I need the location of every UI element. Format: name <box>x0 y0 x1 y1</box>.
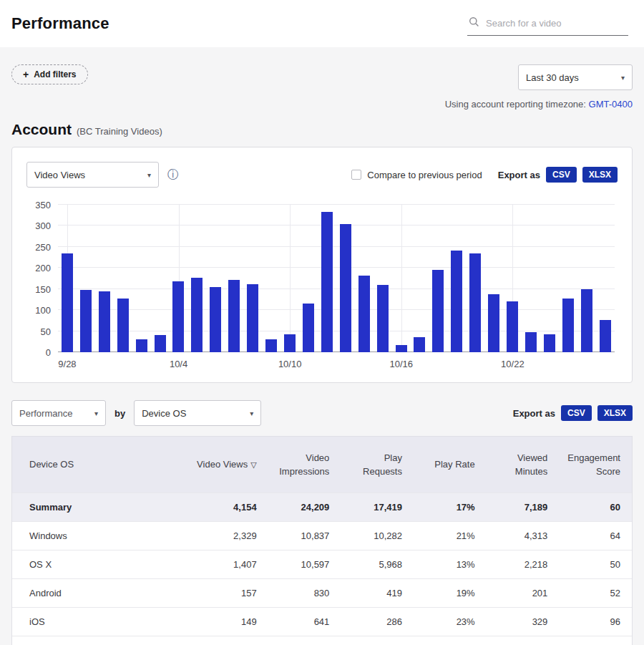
timezone-text: Using account reporting timezone: <box>445 99 586 110</box>
bar-10-7[interactable] <box>228 280 240 352</box>
timezone-link[interactable]: GMT-0400 <box>589 99 633 110</box>
cell-viewed-minutes: 2,218 <box>475 559 548 570</box>
bar-10-16[interactable] <box>396 345 407 352</box>
page-title: Performance <box>11 14 109 33</box>
cell-viewed-minutes: 329 <box>475 616 548 627</box>
metric-select[interactable]: Video Views ▾ <box>26 162 159 188</box>
cell-viewed-minutes: 201 <box>475 588 548 598</box>
column-header-video-impressions[interactable]: Video Impressions <box>257 444 330 486</box>
column-header-video-views[interactable]: Video Views▽ <box>184 450 257 479</box>
table-export-xlsx-button[interactable]: XLSX <box>597 405 633 421</box>
bar-10-12[interactable] <box>321 212 333 352</box>
table-row-windows: Windows2,32910,83710,28221%4,31364 <box>12 521 632 550</box>
bar-10-10[interactable] <box>284 334 296 352</box>
bar-9-28[interactable] <box>62 253 73 352</box>
report-type-select[interactable]: Performance ▾ <box>11 400 106 426</box>
search-box[interactable] <box>467 11 628 36</box>
y-axis-label-0: 0 <box>46 347 51 358</box>
bar-10-9[interactable] <box>265 339 277 352</box>
cell-play-rate: 13% <box>402 559 475 570</box>
bar-10-14[interactable] <box>358 276 370 352</box>
cell-video-impressions: 24,209 <box>257 502 330 513</box>
bar-10-15[interactable] <box>377 285 389 352</box>
plus-icon: + <box>23 71 29 78</box>
bar-10-24[interactable] <box>544 334 555 352</box>
bar-10-5[interactable] <box>191 278 203 352</box>
report-type-value: Performance <box>19 408 72 419</box>
table-export-csv-button[interactable]: CSV <box>561 405 592 421</box>
x-axis-label-10-22: 10/22 <box>501 359 525 369</box>
cell-video-views: 4,154 <box>184 502 257 513</box>
add-filters-label: Add filters <box>34 69 76 79</box>
cell-play-requests: 286 <box>329 616 402 627</box>
bar-10-26[interactable] <box>581 289 592 352</box>
chevron-down-icon: ▾ <box>621 74 625 82</box>
column-header-device-os[interactable]: Device OS <box>12 450 184 479</box>
chart-card-header: Video Views ▾ ⓘ Compare to previous peri… <box>26 162 618 188</box>
x-axis-label-10-16: 10/16 <box>389 359 413 369</box>
chart-plot: 0501001502002503003509/2810/410/1010/161… <box>58 205 615 352</box>
top-header: Performance <box>0 0 644 47</box>
cell-video-views: 157 <box>184 588 257 598</box>
bar-10-11[interactable] <box>303 304 314 352</box>
compare-checkbox[interactable] <box>351 170 361 180</box>
cell-video-impressions: 830 <box>257 588 330 598</box>
chevron-down-icon: ▾ <box>250 409 253 417</box>
row-label: Windows <box>12 530 184 541</box>
bar-10-23[interactable] <box>525 332 537 352</box>
chart-bars <box>58 205 615 352</box>
column-header-play-requests[interactable]: Play Requests <box>329 444 402 486</box>
bar-9-29[interactable] <box>80 290 92 352</box>
bar-10-17[interactable] <box>414 337 425 352</box>
column-header-play-rate[interactable]: Play Rate <box>402 450 475 479</box>
bar-10-3[interactable] <box>155 335 166 352</box>
bar-10-27[interactable] <box>600 320 611 352</box>
search-icon <box>469 16 479 30</box>
chevron-down-icon: ▾ <box>147 171 151 179</box>
table-row-ios: iOS14964128623%32996 <box>12 607 632 636</box>
date-range-select[interactable]: Last 30 days ▾ <box>518 64 633 90</box>
by-label: by <box>114 408 125 419</box>
x-axis-label-10-10: 10/10 <box>278 359 302 369</box>
bar-10-19[interactable] <box>451 251 462 352</box>
cell-video-views: 149 <box>184 616 257 627</box>
cell-play-rate: 23% <box>402 616 475 627</box>
bar-10-8[interactable] <box>247 284 258 352</box>
bar-10-25[interactable] <box>562 299 574 352</box>
export-csv-button[interactable]: CSV <box>546 167 577 183</box>
bar-10-13[interactable] <box>340 224 351 352</box>
info-icon[interactable]: ⓘ <box>167 169 179 180</box>
cell-engagement-score: 52 <box>547 588 620 598</box>
bar-10-22[interactable] <box>507 301 518 352</box>
row-label: Summary <box>12 502 184 513</box>
bar-10-20[interactable] <box>469 253 481 352</box>
account-title: Account <box>11 121 72 138</box>
column-header-viewed-minutes[interactable]: Viewed Minutes <box>475 444 548 486</box>
table-body: Summary4,15424,20917,41917%7,18960Window… <box>12 493 632 645</box>
bar-10-21[interactable] <box>488 294 499 352</box>
cell-viewed-minutes: 7,189 <box>475 502 548 513</box>
bar-10-6[interactable] <box>210 287 221 352</box>
bar-10-18[interactable] <box>432 270 444 352</box>
timezone-note: Using account reporting timezone: GMT-04… <box>11 99 633 110</box>
cell-play-rate: 17% <box>402 502 475 513</box>
table-row-android: Android15783041919%20152 <box>12 578 632 607</box>
y-axis-label-50: 50 <box>41 326 51 336</box>
table-header: Device OSVideo Views▽Video ImpressionsPl… <box>12 437 632 493</box>
section-heading: Account (BC Training Videos) <box>11 121 633 138</box>
bar-9-30[interactable] <box>99 291 110 352</box>
column-header-engagement-score[interactable]: Engagement Score <box>547 444 620 486</box>
export-xlsx-button[interactable]: XLSX <box>582 167 618 183</box>
cell-play-rate: 21% <box>402 530 475 541</box>
bar-10-1[interactable] <box>117 299 129 352</box>
add-filters-button[interactable]: + Add filters <box>11 64 88 84</box>
bar-10-2[interactable] <box>136 339 147 352</box>
cell-engagement-score: 60 <box>547 502 620 513</box>
dimension-select[interactable]: Device OS ▾ <box>134 400 261 426</box>
bar-10-4[interactable] <box>172 281 184 352</box>
x-axis-label-10-4: 10/4 <box>170 359 187 369</box>
data-table: Device OSVideo Views▽Video ImpressionsPl… <box>11 436 633 645</box>
table-row-os-x: OS X1,40710,5975,96813%2,21850 <box>12 550 632 578</box>
search-input[interactable] <box>484 17 627 29</box>
y-axis-label-150: 150 <box>35 283 51 294</box>
